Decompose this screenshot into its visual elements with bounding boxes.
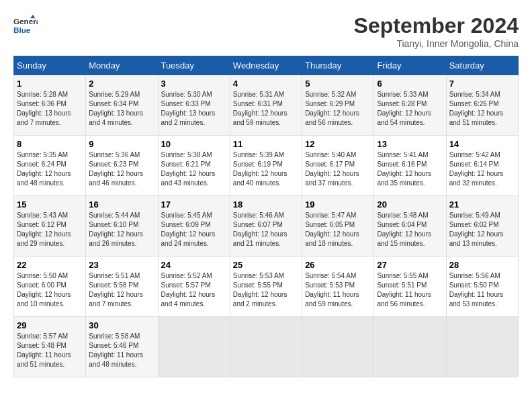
day-number: 22 bbox=[17, 260, 83, 270]
calendar-cell: 8Sunrise: 5:35 AM Sunset: 6:24 PM Daylig… bbox=[14, 136, 86, 196]
day-info: Sunrise: 5:54 AM Sunset: 5:53 PM Dayligh… bbox=[305, 271, 371, 309]
calendar-week-row: 8Sunrise: 5:35 AM Sunset: 6:24 PM Daylig… bbox=[14, 136, 519, 196]
day-number: 24 bbox=[161, 260, 227, 270]
day-number: 8 bbox=[17, 139, 83, 149]
weekday-header-monday: Monday bbox=[86, 56, 158, 75]
day-info: Sunrise: 5:35 AM Sunset: 6:24 PM Dayligh… bbox=[17, 150, 83, 188]
day-number: 3 bbox=[161, 79, 227, 89]
weekday-header-saturday: Saturday bbox=[446, 56, 518, 75]
day-info: Sunrise: 5:47 AM Sunset: 6:05 PM Dayligh… bbox=[305, 211, 371, 248]
day-number: 4 bbox=[233, 79, 299, 89]
calendar-cell: 1Sunrise: 5:28 AM Sunset: 6:36 PM Daylig… bbox=[14, 75, 86, 136]
day-number: 5 bbox=[305, 79, 371, 89]
calendar-cell: 11Sunrise: 5:39 AM Sunset: 6:19 PM Dayli… bbox=[230, 136, 302, 196]
calendar-week-row: 22Sunrise: 5:50 AM Sunset: 6:00 PM Dayli… bbox=[14, 257, 519, 317]
weekday-header-thursday: Thursday bbox=[302, 56, 374, 75]
calendar-cell: 26Sunrise: 5:54 AM Sunset: 5:53 PM Dayli… bbox=[302, 257, 374, 317]
day-number: 26 bbox=[305, 260, 371, 270]
calendar-cell: 28Sunrise: 5:56 AM Sunset: 5:50 PM Dayli… bbox=[446, 257, 518, 317]
calendar-cell: 24Sunrise: 5:52 AM Sunset: 5:57 PM Dayli… bbox=[158, 257, 230, 317]
calendar-cell: 15Sunrise: 5:43 AM Sunset: 6:12 PM Dayli… bbox=[14, 196, 86, 257]
day-info: Sunrise: 5:32 AM Sunset: 6:29 PM Dayligh… bbox=[305, 90, 371, 128]
weekday-header-row: SundayMondayTuesdayWednesdayThursdayFrid… bbox=[14, 56, 519, 75]
calendar-cell: 3Sunrise: 5:30 AM Sunset: 6:33 PM Daylig… bbox=[158, 75, 230, 136]
day-info: Sunrise: 5:53 AM Sunset: 5:55 PM Dayligh… bbox=[233, 271, 299, 309]
day-info: Sunrise: 5:38 AM Sunset: 6:21 PM Dayligh… bbox=[161, 150, 227, 188]
day-info: Sunrise: 5:49 AM Sunset: 6:02 PM Dayligh… bbox=[449, 211, 515, 248]
calendar-cell: 13Sunrise: 5:41 AM Sunset: 6:16 PM Dayli… bbox=[374, 136, 446, 196]
calendar-cell: 20Sunrise: 5:48 AM Sunset: 6:04 PM Dayli… bbox=[374, 196, 446, 257]
calendar-cell: 10Sunrise: 5:38 AM Sunset: 6:21 PM Dayli… bbox=[158, 136, 230, 196]
calendar-cell bbox=[374, 317, 446, 377]
calendar-cell: 16Sunrise: 5:44 AM Sunset: 6:10 PM Dayli… bbox=[86, 196, 158, 257]
day-number: 12 bbox=[305, 139, 371, 149]
day-info: Sunrise: 5:39 AM Sunset: 6:19 PM Dayligh… bbox=[233, 150, 299, 188]
svg-text:Blue: Blue bbox=[13, 26, 31, 34]
day-info: Sunrise: 5:34 AM Sunset: 6:26 PM Dayligh… bbox=[449, 90, 515, 128]
calendar-week-row: 1Sunrise: 5:28 AM Sunset: 6:36 PM Daylig… bbox=[14, 75, 519, 136]
day-number: 27 bbox=[377, 260, 443, 270]
calendar-cell bbox=[158, 317, 230, 377]
calendar-cell: 18Sunrise: 5:46 AM Sunset: 6:07 PM Dayli… bbox=[230, 196, 302, 257]
day-number: 28 bbox=[449, 260, 515, 270]
calendar-cell: 6Sunrise: 5:33 AM Sunset: 6:28 PM Daylig… bbox=[374, 75, 446, 136]
day-number: 7 bbox=[449, 79, 515, 89]
day-info: Sunrise: 5:48 AM Sunset: 6:04 PM Dayligh… bbox=[377, 211, 443, 248]
weekday-header-sunday: Sunday bbox=[14, 56, 86, 75]
calendar-cell: 4Sunrise: 5:31 AM Sunset: 6:31 PM Daylig… bbox=[230, 75, 302, 136]
calendar-cell: 22Sunrise: 5:50 AM Sunset: 6:00 PM Dayli… bbox=[14, 257, 86, 317]
page-header: General Blue September 2024 Tianyi, Inne… bbox=[13, 13, 519, 49]
day-number: 1 bbox=[17, 79, 83, 89]
day-number: 25 bbox=[233, 260, 299, 270]
calendar-cell: 30Sunrise: 5:58 AM Sunset: 5:46 PM Dayli… bbox=[86, 317, 158, 377]
day-number: 16 bbox=[89, 199, 154, 210]
day-info: Sunrise: 5:29 AM Sunset: 6:34 PM Dayligh… bbox=[89, 90, 154, 128]
calendar-cell: 29Sunrise: 5:57 AM Sunset: 5:48 PM Dayli… bbox=[14, 317, 86, 377]
day-info: Sunrise: 5:52 AM Sunset: 5:57 PM Dayligh… bbox=[161, 271, 227, 309]
calendar-week-row: 29Sunrise: 5:57 AM Sunset: 5:48 PM Dayli… bbox=[14, 317, 519, 377]
day-number: 19 bbox=[305, 199, 371, 210]
calendar-cell: 23Sunrise: 5:51 AM Sunset: 5:58 PM Dayli… bbox=[86, 257, 158, 317]
day-info: Sunrise: 5:58 AM Sunset: 5:46 PM Dayligh… bbox=[89, 332, 154, 369]
day-info: Sunrise: 5:40 AM Sunset: 6:17 PM Dayligh… bbox=[305, 150, 371, 188]
day-number: 15 bbox=[17, 199, 83, 210]
calendar-cell: 5Sunrise: 5:32 AM Sunset: 6:29 PM Daylig… bbox=[302, 75, 374, 136]
day-number: 11 bbox=[233, 139, 299, 149]
day-number: 9 bbox=[89, 139, 154, 149]
day-info: Sunrise: 5:31 AM Sunset: 6:31 PM Dayligh… bbox=[233, 90, 299, 128]
weekday-header-tuesday: Tuesday bbox=[158, 56, 230, 75]
day-number: 6 bbox=[377, 79, 443, 89]
day-number: 30 bbox=[89, 320, 154, 330]
calendar-cell: 17Sunrise: 5:45 AM Sunset: 6:09 PM Dayli… bbox=[158, 196, 230, 257]
calendar-week-row: 15Sunrise: 5:43 AM Sunset: 6:12 PM Dayli… bbox=[14, 196, 519, 257]
title-section: September 2024 Tianyi, Inner Mongolia, C… bbox=[354, 13, 519, 49]
weekday-header-friday: Friday bbox=[374, 56, 446, 75]
calendar-cell: 19Sunrise: 5:47 AM Sunset: 6:05 PM Dayli… bbox=[302, 196, 374, 257]
day-info: Sunrise: 5:42 AM Sunset: 6:14 PM Dayligh… bbox=[449, 150, 515, 188]
day-info: Sunrise: 5:36 AM Sunset: 6:23 PM Dayligh… bbox=[89, 150, 154, 188]
calendar-cell: 27Sunrise: 5:55 AM Sunset: 5:51 PM Dayli… bbox=[374, 257, 446, 317]
day-number: 13 bbox=[377, 139, 443, 149]
day-number: 18 bbox=[233, 199, 299, 210]
calendar-cell: 25Sunrise: 5:53 AM Sunset: 5:55 PM Dayli… bbox=[230, 257, 302, 317]
calendar-cell: 2Sunrise: 5:29 AM Sunset: 6:34 PM Daylig… bbox=[86, 75, 158, 136]
day-info: Sunrise: 5:46 AM Sunset: 6:07 PM Dayligh… bbox=[233, 211, 299, 248]
logo: General Blue bbox=[13, 13, 38, 38]
location: Tianyi, Inner Mongolia, China bbox=[354, 38, 519, 49]
day-info: Sunrise: 5:41 AM Sunset: 6:16 PM Dayligh… bbox=[377, 150, 443, 188]
day-info: Sunrise: 5:30 AM Sunset: 6:33 PM Dayligh… bbox=[161, 90, 227, 128]
day-number: 17 bbox=[161, 199, 227, 210]
calendar-cell: 12Sunrise: 5:40 AM Sunset: 6:17 PM Dayli… bbox=[302, 136, 374, 196]
day-number: 2 bbox=[89, 79, 154, 89]
day-info: Sunrise: 5:50 AM Sunset: 6:00 PM Dayligh… bbox=[17, 271, 83, 309]
calendar-cell bbox=[446, 317, 518, 377]
calendar-cell: 7Sunrise: 5:34 AM Sunset: 6:26 PM Daylig… bbox=[446, 75, 518, 136]
day-info: Sunrise: 5:28 AM Sunset: 6:36 PM Dayligh… bbox=[17, 90, 83, 128]
day-number: 21 bbox=[449, 199, 515, 210]
day-info: Sunrise: 5:57 AM Sunset: 5:48 PM Dayligh… bbox=[17, 332, 83, 369]
day-info: Sunrise: 5:55 AM Sunset: 5:51 PM Dayligh… bbox=[377, 271, 443, 309]
month-title: September 2024 bbox=[354, 13, 519, 38]
weekday-header-wednesday: Wednesday bbox=[230, 56, 302, 75]
calendar-table: SundayMondayTuesdayWednesdayThursdayFrid… bbox=[13, 56, 519, 377]
day-number: 23 bbox=[89, 260, 154, 270]
